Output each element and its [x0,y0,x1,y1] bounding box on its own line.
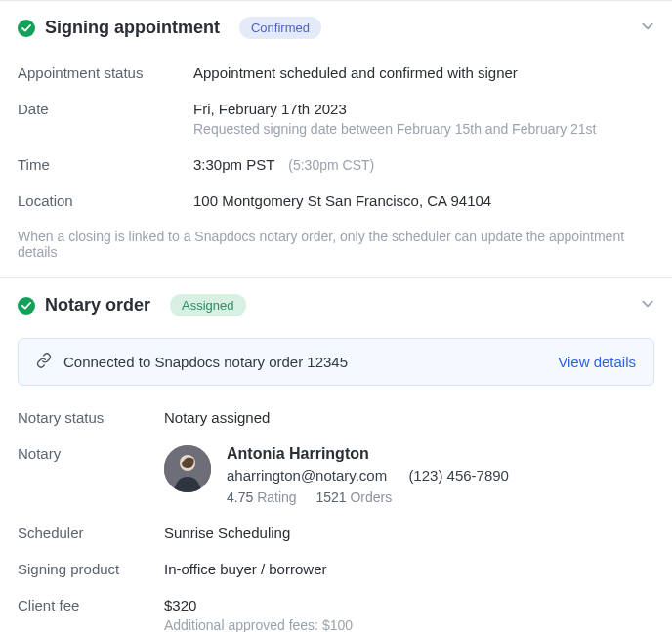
time-value: 3:30pm PST [193,156,274,173]
signing-appointment-panel: Signing appointment Confirmed Appointmen… [0,0,672,277]
notary-order-status-badge: Assigned [170,294,245,316]
client-fee-value: $320 [164,597,353,613]
signing-appointment-header[interactable]: Signing appointment Confirmed [0,1,672,55]
rating-value: 4.75 [227,489,253,505]
chevron-down-icon[interactable] [641,297,654,315]
location-value: 100 Montgomery St San Francisco, CA 9410… [193,192,491,209]
appointment-status-value: Appointment scheduled and confirmed with… [193,64,518,81]
client-fee-note: Additional approved fees: $100 [164,617,353,632]
signing-appointment-title: Signing appointment [45,18,220,38]
rating-label: Rating [257,489,296,505]
appointment-status-badge: Confirmed [239,17,321,39]
client-fee-label: Client fee [18,597,164,613]
avatar [164,445,211,492]
time-alt: (5:30pm CST) [288,157,374,173]
date-label: Date [18,101,193,117]
notary-status-label: Notary status [18,409,164,426]
date-value: Fri, February 17th 2023 [193,101,597,117]
signing-product-label: Signing product [18,561,164,577]
notary-name: Antonia Harrington [227,445,509,463]
notary-status-value: Notary assigned [164,409,270,426]
notary-order-panel: Notary order Assigned Connected to Snapd… [0,277,672,632]
connected-banner: Connected to Snapdocs notary order 12345… [18,338,654,386]
appointment-footer-note: When a closing is linked to a Snapdocs n… [0,219,672,277]
view-details-link[interactable]: View details [558,354,636,370]
chevron-down-icon[interactable] [641,20,654,37]
scheduler-label: Scheduler [18,525,164,541]
orders-label: Orders [350,489,392,505]
connected-banner-text: Connected to Snapdocs notary order 12345 [63,354,348,370]
scheduler-value: Sunrise Scheduling [164,525,290,541]
link-icon [36,353,52,371]
appointment-status-label: Appointment status [18,64,193,81]
notary-order-header[interactable]: Notary order Assigned [0,278,672,332]
notary-phone: (123) 456-7890 [408,467,509,484]
signing-product-value: In-office buyer / borrower [164,561,326,577]
notary-label: Notary [18,445,164,462]
orders-value: 1521 [315,489,346,505]
location-label: Location [18,192,193,209]
check-circle-icon [18,20,35,37]
notary-order-title: Notary order [45,295,150,316]
notary-email: aharrington@notary.com [227,467,387,484]
date-note: Requested signing date between February … [193,121,597,137]
check-circle-icon [18,297,35,315]
time-label: Time [18,156,193,173]
